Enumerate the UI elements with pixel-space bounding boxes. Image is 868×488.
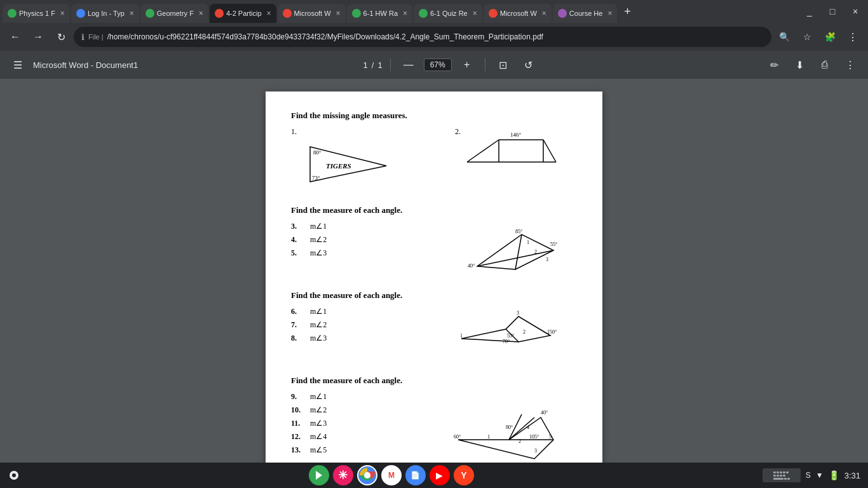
toolbar-right: ✏ ⬇ ⎙ ⋮	[764, 55, 860, 75]
tab-label-physics: Physics 1 F	[19, 10, 55, 17]
problem9-row: 9. m∠1	[291, 392, 428, 402]
svg-text:105°: 105°	[529, 434, 539, 440]
file-prefix: File |	[88, 33, 104, 41]
download-button[interactable]: ⬇	[789, 55, 810, 75]
problem9-num: 9.	[291, 392, 310, 402]
pdf-menu-button[interactable]: ☰	[8, 55, 28, 75]
tab-close-quiz[interactable]: ×	[473, 9, 477, 18]
problem8-num: 8.	[291, 334, 310, 343]
section2-header: Find the measure of each angle.	[291, 205, 577, 215]
problems-6-8: 6. m∠1 7. m∠2 8. m∠3	[291, 307, 428, 364]
tab-icon-msword2	[489, 9, 498, 18]
back-button[interactable]: ←	[5, 27, 25, 47]
problem6-row: 6. m∠1	[291, 307, 428, 316]
docs-icon[interactable]: 📄	[405, 465, 426, 485]
tab-close-msword2[interactable]: ×	[542, 9, 546, 18]
fit-page-button[interactable]: ⊡	[493, 55, 513, 75]
section2: Find the measure of each angle. 3. m∠1 4…	[291, 205, 577, 279]
yandex-icon[interactable]: Y	[454, 465, 474, 485]
figure-problems3-5: 40° 85° 55° 1 2 3	[458, 222, 560, 279]
problem4-row: 4. m∠2	[291, 235, 428, 245]
problem7-num: 7.	[291, 320, 310, 330]
svg-text:5: 5	[549, 434, 552, 440]
tab-close-hw[interactable]: ×	[403, 9, 407, 18]
tab-close-geometry[interactable]: ×	[199, 9, 203, 18]
problem10-row: 10. m∠2	[291, 405, 428, 415]
section4: Find the measure of each angle. 9. m∠1 1…	[291, 376, 577, 463]
rotate-button[interactable]: ↺	[519, 55, 539, 75]
tab-physics[interactable]: Physics 1 F ×	[3, 4, 70, 23]
svg-text:146°: 146°	[510, 132, 522, 138]
svg-line-12	[515, 234, 522, 269]
figure-problems6-8: 1 70° 55° 3 2 150°	[455, 307, 563, 364]
svg-marker-28	[458, 417, 553, 459]
problem7-row: 7. m∠2	[291, 320, 428, 330]
reload-button[interactable]: ↻	[51, 27, 71, 47]
tab-close-course[interactable]: ×	[607, 9, 612, 18]
address-bar[interactable]: ℹ File | /home/chronos/u-cf96221ff4844f5…	[74, 27, 771, 47]
print-button[interactable]: ⎙	[815, 55, 835, 75]
tab-icon-login	[76, 9, 85, 18]
keyboard-icon[interactable]	[763, 468, 801, 482]
tab-icon-hw	[352, 9, 361, 18]
tab-label-quiz: 6-1 Quiz Re	[430, 10, 468, 17]
bookmark-button[interactable]: ☆	[797, 27, 817, 47]
taskbar-center: ✳ M 📄 ▶ Y	[309, 465, 474, 485]
maximize-button[interactable]: □	[822, 1, 843, 22]
figure-section3: 1 70° 55° 3 2 150°	[440, 307, 577, 364]
svg-text:73°: 73°	[312, 175, 320, 181]
svg-text:80°: 80°	[313, 149, 322, 156]
svg-text:4: 4	[527, 424, 529, 430]
figure-section4: 60° 80° 40° 5 105° 1 2 4 3	[440, 392, 577, 463]
tab-participation[interactable]: 4-2 Particip ×	[210, 4, 276, 23]
pdf-toolbar: ☰ Microsoft Word - Document1 1 / 1 — 67%…	[0, 51, 868, 79]
problem5-row: 5. m∠3	[291, 248, 428, 258]
pdf-more-button[interactable]: ⋮	[840, 55, 860, 75]
tab-icon-participation	[215, 9, 224, 18]
tab-label-msword1: Microsoft W	[294, 10, 331, 17]
tab-course[interactable]: Course He ×	[553, 4, 618, 23]
problem11-row: 11. m∠3	[291, 419, 428, 428]
problem4-text: m∠2	[310, 235, 327, 245]
minimize-button[interactable]: _	[799, 1, 820, 22]
youtube-icon[interactable]: ▶	[430, 465, 450, 485]
asterisk-icon[interactable]: ✳	[333, 465, 353, 485]
forward-button[interactable]: →	[28, 27, 48, 47]
tab-close-msword1[interactable]: ×	[336, 9, 341, 18]
navigation-bar: ← → ↻ ℹ File | /home/chronos/u-cf96221ff…	[0, 23, 868, 51]
annotate-button[interactable]: ✏	[764, 55, 784, 75]
zoom-in-button[interactable]: +	[457, 55, 477, 75]
svg-text:3: 3	[517, 310, 519, 316]
dot-indicator	[10, 471, 18, 480]
tab-close-login[interactable]: ×	[130, 9, 134, 18]
tab-geometry[interactable]: Geometry F ×	[140, 4, 208, 23]
new-tab-button[interactable]: +	[618, 3, 636, 20]
tab-hw[interactable]: 6-1 HW Ra ×	[347, 4, 412, 23]
more-menu-button[interactable]: ⋮	[843, 27, 863, 47]
tab-msword2[interactable]: Microsoft W ×	[484, 4, 552, 23]
notification-dot[interactable]	[8, 469, 20, 482]
battery-icon: 🔋	[829, 470, 839, 480]
tab-login[interactable]: Log In - Typ ×	[71, 4, 139, 23]
lock-icon: ℹ	[81, 32, 85, 42]
tab-close-physics[interactable]: ×	[60, 9, 65, 18]
tab-label-geometry: Geometry F	[157, 10, 194, 17]
section3-problems: 6. m∠1 7. m∠2 8. m∠3	[291, 307, 577, 364]
problem11-num: 11.	[291, 419, 310, 428]
problem5-text: m∠3	[310, 248, 327, 258]
taskbar: ✳ M 📄 ▶ Y S ▼ 🔋 3:31	[0, 463, 868, 488]
search-button[interactable]: 🔍	[774, 27, 794, 47]
zoom-out-button[interactable]: —	[398, 55, 419, 75]
chrome-icon[interactable]	[357, 465, 377, 485]
tab-close-participation[interactable]: ×	[267, 9, 271, 18]
svg-text:80°: 80°	[506, 424, 513, 430]
svg-marker-41	[316, 471, 322, 480]
extensions-button[interactable]: 🧩	[820, 27, 840, 47]
tab-quiz[interactable]: 6-1 Quiz Re ×	[414, 4, 482, 23]
play-store-icon[interactable]	[309, 465, 329, 485]
close-button[interactable]: ×	[845, 1, 865, 22]
tab-msword1[interactable]: Microsoft W ×	[278, 4, 346, 23]
zoom-display[interactable]: 67%	[424, 58, 452, 71]
gmail-icon[interactable]: M	[381, 465, 402, 485]
problem6-num: 6.	[291, 307, 310, 316]
